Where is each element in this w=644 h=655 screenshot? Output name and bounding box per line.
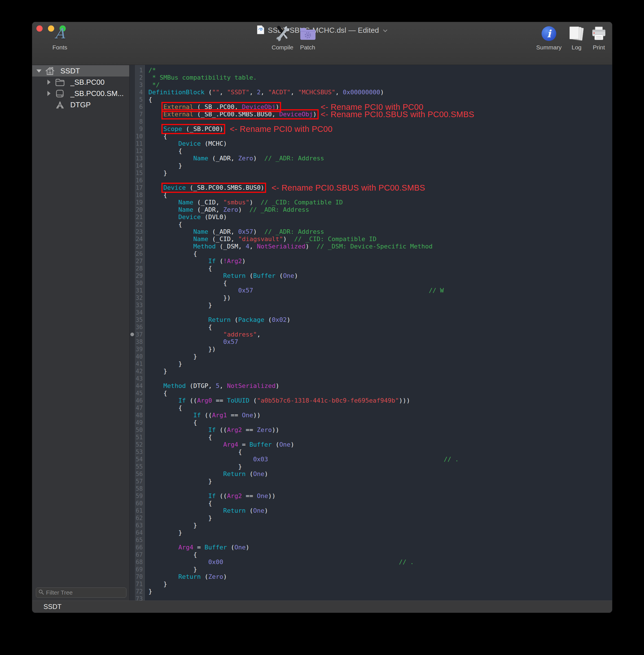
line-number: 38 [130,338,145,345]
line-number: 35 [130,316,145,323]
line-number: 26 [130,250,145,257]
code-text: } [145,162,182,170]
line-number: 57 [130,478,145,485]
line-number: 45 [130,390,145,397]
summary-button[interactable]: i Summary [536,25,561,51]
line-number: 22 [130,221,145,228]
code-line: 14 } [130,162,612,170]
code-text: Name (_ADR, Zero) // _ADR: Address [145,206,309,213]
sidebar-item-label: SSDT [61,67,80,75]
code-text: { [145,390,167,397]
code-text: 0x00 // . [145,559,414,566]
tools-icon [54,101,65,109]
filter-field[interactable] [36,588,127,598]
code-text: If ((Arg1 == One)) [145,412,260,419]
line-number: 25 [130,243,145,250]
line-number: 42 [130,367,145,375]
sidebar-item-ssdt[interactable]: SSDT [32,65,129,76]
line-number: 15 [130,170,145,177]
folder-icon [54,78,65,86]
code-line: 37 "address", [130,331,612,338]
code-line: 47 { [130,404,612,412]
code-line: 20 Name (_ADR, Zero) // _ADR: Address [130,206,612,213]
code-line: 69 } [130,566,612,573]
line-number: 48 [130,412,145,419]
code-text: { [145,323,212,331]
code-text: } [145,514,212,522]
line-number: 60 [130,500,145,507]
code-text: { [145,250,197,257]
code-text: { [145,551,197,559]
line-number: 34 [130,309,145,316]
line-number: 9 [130,126,145,133]
line-number: 6 [130,103,145,111]
sidebar-item--sb-pc00[interactable]: _SB.PC00 [32,76,129,88]
line-number: 36 [130,323,145,331]
code-line: 1/* [130,67,612,74]
code-text: } [145,522,197,529]
code-text: Name (_ADR, Zero) // _ADR: Address [145,155,324,162]
fonts-icon: A [55,26,65,41]
code-line: 44 Method (DTGP, 5, NotSerialized) [130,382,612,390]
line-number: 59 [130,492,145,500]
code-line: 45 { [130,390,612,397]
line-number: 18 [130,191,145,199]
disclosure-right-icon[interactable] [45,91,52,96]
code-line: 41 } [130,360,612,367]
code-text: Arg4 = Buffer (One) [145,441,294,448]
line-number: 55 [130,463,145,470]
code-text: Method (_DSM, 4, NotSerialized) // _DSM:… [145,243,433,250]
code-text [145,485,148,492]
code-line: 48 If ((Arg1 == One)) [130,412,612,419]
document-icon[interactable] [257,25,264,36]
line-number: 33 [130,301,145,309]
code-text: } [145,367,167,375]
line-number: 28 [130,265,145,272]
code-text: Method (DTGP, 5, NotSerialized) [145,382,279,390]
line-number: 12 [130,148,145,155]
log-pages-icon [569,26,584,41]
code-text: Arg4 = Buffer (One) [145,544,250,551]
print-button[interactable]: Print [591,25,606,51]
code-line: 56 Return (One) [130,470,612,478]
filter-tree-input[interactable] [46,589,124,596]
fonts-button[interactable]: A Fonts [52,25,67,51]
code-line: 57 } [130,478,612,485]
log-button[interactable]: Log [569,25,584,51]
disclosure-right-icon[interactable] [45,80,52,85]
line-number: 30 [130,279,145,287]
line-number: 65 [130,537,145,544]
code-line: 52 Arg4 = Buffer (One) [130,441,612,448]
sidebar-item--sb-pc00-sm-[interactable]: _SB.PC00.SM... [32,88,129,99]
rename-annotation: <- Rename PCI0 with PC00 [230,124,332,134]
code-line: 22 { [130,221,612,228]
line-number: 56 [130,470,145,478]
code-editor[interactable]: 1/*2 * SMBus compatibility table.3 */4De… [130,65,612,601]
line-number: 13 [130,155,145,162]
code-line: 65 [130,537,612,544]
code-text: 0x57 // W [145,287,444,294]
close-button[interactable] [37,25,43,31]
code-line: 62 } [130,514,612,522]
line-number: 19 [130,199,145,206]
code-text: If ((Arg0 == ToUUID ("a0b5b7c6-1318-441c… [145,397,410,404]
line-number: 64 [130,529,145,537]
code-line: 36 { [130,323,612,331]
code-text: Name (_CID, "smbus") // _CID: Compatible… [145,199,343,206]
code-line: 50 If ((Arg2 == Zero)) [130,426,612,434]
code-text: /* [145,67,156,74]
line-number: 14 [130,162,145,170]
code-text [145,118,148,126]
sidebar-item-dtgp[interactable]: DTGP [32,99,129,110]
disclosure-down-icon[interactable] [36,69,42,72]
patch-button[interactable]: Patch [299,25,316,51]
line-number: 23 [130,228,145,235]
code-line: 19 Name (_CID, "smbus") // _CID: Compati… [130,199,612,206]
code-text: { [145,191,167,199]
compile-button[interactable]: Compile [272,25,293,51]
title-chevron-icon[interactable] [383,28,388,33]
code-text: }) [145,345,215,353]
code-text: 0x57 [145,338,238,345]
line-number: 11 [130,140,145,148]
code-line: 9 Scope (_SB.PC00) [130,126,612,133]
